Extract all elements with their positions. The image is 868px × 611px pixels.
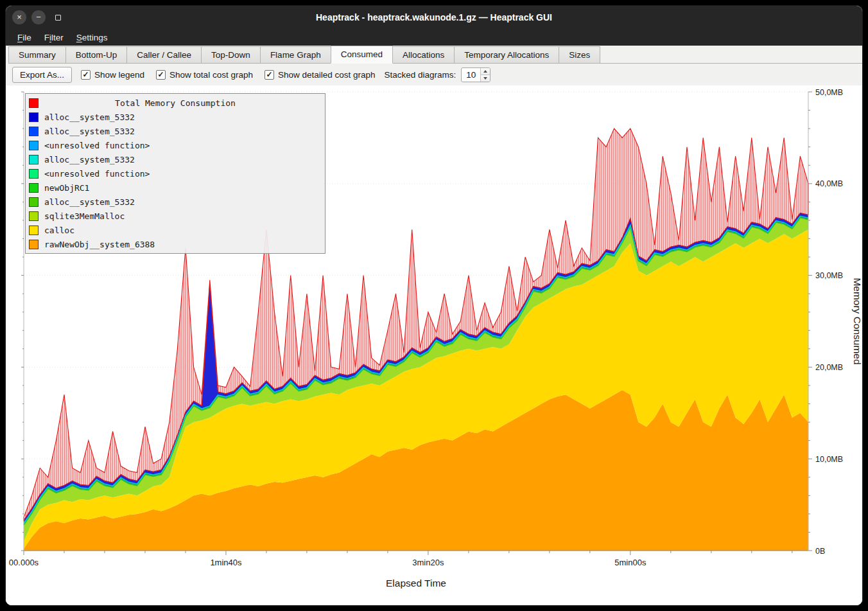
legend-label: alloc__system_5332 <box>44 127 135 136</box>
y-tick-label: 0B <box>815 547 825 556</box>
legend-label: calloc <box>44 226 74 235</box>
chevron-up-icon <box>483 70 487 73</box>
maximize-button[interactable] <box>51 10 65 24</box>
legend-title-row: Total Memory Consumption <box>29 96 322 110</box>
legend-swatch <box>29 197 39 207</box>
screen: × − Heaptrack - heaptrack.wakunode.1.gz … <box>0 0 868 611</box>
legend-swatch <box>29 183 39 193</box>
maximize-icon <box>55 15 61 21</box>
chart-area: 00.000s1min40s3min20s5min00s0B10,0MB20,0… <box>6 85 862 606</box>
tab-caller-callee[interactable]: Caller / Callee <box>126 46 201 64</box>
legend-label: alloc__system_5332 <box>44 197 135 207</box>
spinbox-buttons <box>480 68 490 82</box>
tab-sizes[interactable]: Sizes <box>559 46 600 64</box>
y-tick-label: 50,0MB <box>815 88 843 97</box>
legend-swatch <box>29 240 39 249</box>
legend-item: alloc__system_5332 <box>29 195 322 209</box>
legend-swatch <box>29 226 39 235</box>
window-controls: × − <box>12 6 65 29</box>
y-tick-label: 30,0MB <box>815 271 843 280</box>
x-tick-label: 00.000s <box>9 558 39 567</box>
checkbox-box: ✓ <box>156 70 166 80</box>
spin-down-button[interactable] <box>481 75 490 82</box>
legend-item: alloc__system_5332 <box>29 110 322 124</box>
stacked-diagrams-spinbox[interactable]: 10 <box>461 67 490 82</box>
legend-label: <unresolved function> <box>44 169 150 179</box>
x-tick-label: 5min00s <box>614 558 647 567</box>
legend-label: rawNewObj__system_6388 <box>44 240 155 249</box>
spinbox-value[interactable]: 10 <box>462 68 480 82</box>
legend-swatch <box>29 141 39 150</box>
legend-swatch <box>29 211 39 221</box>
legend-label: newObjRC1 <box>44 183 89 193</box>
y-tick-label: 10,0MB <box>815 455 843 464</box>
legend-swatch <box>29 155 39 164</box>
tab-flame-graph[interactable]: Flame Graph <box>260 46 331 64</box>
checkbox-label: Show total cost graph <box>169 70 253 80</box>
legend-item: calloc <box>29 223 322 237</box>
toolbar: Export As... ✓Show legend✓Show total cos… <box>6 64 862 85</box>
legend-item: <unresolved function> <box>29 138 322 152</box>
checkbox-box: ✓ <box>265 70 274 80</box>
legend: Total Memory Consumptionalloc__system_53… <box>25 93 326 254</box>
tab-temporary-allocations[interactable]: Temporary Allocations <box>454 46 559 64</box>
checkbox-label: Show detailed cost graph <box>278 70 376 80</box>
export-as-button[interactable]: Export As... <box>12 67 72 83</box>
legend-item: <unresolved function> <box>29 166 322 181</box>
checkbox-show-detailed-cost-graph[interactable]: ✓Show detailed cost graph <box>265 70 376 80</box>
tab-top-down[interactable]: Top-Down <box>201 46 260 64</box>
checkbox-group: ✓Show legend✓Show total cost graph✓Show … <box>81 70 376 80</box>
chevron-down-icon <box>483 77 487 80</box>
checkbox-box: ✓ <box>81 70 91 80</box>
close-icon: × <box>17 11 22 24</box>
legend-item: rawNewObj__system_6388 <box>29 237 322 251</box>
tab-filler <box>600 46 862 64</box>
legend-item: sqlite3MemMalloc <box>29 209 322 223</box>
window-title: Heaptrack - heaptrack.wakunode.1.gz — He… <box>6 12 862 22</box>
checkbox-label: Show legend <box>94 70 144 80</box>
titlebar[interactable]: × − Heaptrack - heaptrack.wakunode.1.gz … <box>6 6 862 29</box>
x-axis-title: Elapsed Time <box>386 578 446 589</box>
spin-up-button[interactable] <box>481 68 490 75</box>
tab-allocations[interactable]: Allocations <box>393 46 454 64</box>
legend-item: alloc__system_5332 <box>29 124 322 138</box>
legend-title: Total Memory Consumption <box>44 98 306 108</box>
legend-item: alloc__system_5332 <box>29 152 322 166</box>
y-tick-label: 20,0MB <box>815 363 843 372</box>
menu-filter[interactable]: Filter <box>38 31 70 44</box>
stacked-diagrams-label: Stacked diagrams: <box>385 70 456 80</box>
y-tick-label: 40,0MB <box>815 179 843 188</box>
legend-label: alloc__system_5332 <box>44 112 135 122</box>
minimize-icon: − <box>36 11 41 24</box>
tab-bar: SummaryBottom-UpCaller / CalleeTop-DownF… <box>6 46 862 64</box>
tab-summary[interactable]: Summary <box>8 46 65 64</box>
legend-swatch <box>29 169 39 179</box>
menu-file[interactable]: File <box>11 31 38 44</box>
legend-label: sqlite3MemMalloc <box>44 211 125 221</box>
legend-label: alloc__system_5332 <box>44 155 135 164</box>
legend-swatch <box>29 98 39 108</box>
menubar: FileFilterSettings <box>6 29 862 46</box>
legend-item: newObjRC1 <box>29 181 322 195</box>
checkbox-show-legend[interactable]: ✓Show legend <box>81 70 144 80</box>
y-axis-title: Memory Consumed <box>852 278 863 364</box>
legend-label: <unresolved function> <box>44 141 150 150</box>
tab-consumed[interactable]: Consumed <box>331 46 393 64</box>
legend-swatch <box>29 112 39 122</box>
legend-swatch <box>29 127 39 136</box>
minimize-button[interactable]: − <box>31 10 46 24</box>
x-tick-label: 3min20s <box>412 558 444 567</box>
checkbox-show-total-cost-graph[interactable]: ✓Show total cost graph <box>156 70 253 80</box>
close-button[interactable]: × <box>12 10 26 24</box>
tab-bottom-up[interactable]: Bottom-Up <box>65 46 127 64</box>
menu-settings[interactable]: Settings <box>70 31 114 44</box>
heaptrack-window: × − Heaptrack - heaptrack.wakunode.1.gz … <box>5 5 863 606</box>
x-tick-label: 1min40s <box>210 558 242 567</box>
